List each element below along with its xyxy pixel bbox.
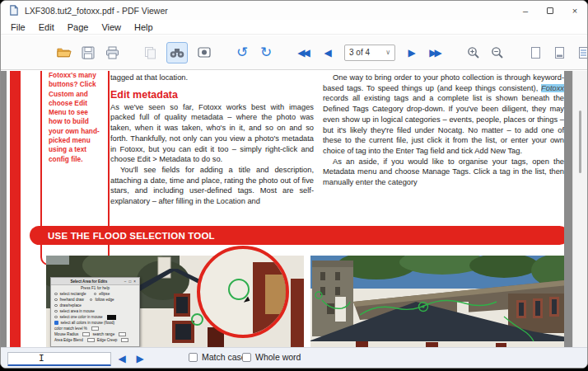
close-button[interactable]: × [562, 1, 587, 20]
menu-page[interactable]: Page [61, 22, 96, 32]
whole-word-label: Whole word [255, 352, 301, 362]
select-area-dialog-titlebar: Select Area for Edits – □ × [51, 278, 139, 285]
value-box [91, 326, 99, 331]
match-case-option[interactable]: Match case [189, 352, 246, 362]
paragraph: One way to bring order to your photo col… [323, 73, 564, 157]
color-swatch [107, 315, 116, 320]
dialog-option: select all colors in mouse (flood) [61, 321, 115, 325]
paragraph: You'll see fields for adding a title and… [110, 165, 314, 207]
next-page-button[interactable]: ▶ [404, 44, 419, 62]
binoculars-icon [170, 47, 184, 59]
maximize-button[interactable] [538, 1, 562, 20]
zoom-out-icon [491, 46, 504, 59]
dialog-title: Select Area for Edits [54, 279, 124, 284]
magnifier-callout-circle [197, 246, 289, 338]
right-column: One way to bring order to your photo col… [323, 73, 564, 188]
pdf-viewer-window: LXF308.tut2_fotoxx.pdf - PDF Viewer – × … [0, 0, 588, 369]
find-button[interactable] [166, 42, 188, 63]
section-banner: USE THE FLOOD SELECTION TOOL [30, 226, 566, 245]
find-previous-icon: ◀ [118, 353, 125, 364]
print-button[interactable] [105, 44, 119, 62]
search-input[interactable] [7, 352, 111, 366]
dialog-field-label: Mouse Radius [54, 332, 78, 336]
continuous-page-icon [578, 46, 588, 59]
fit-page-view-button[interactable] [552, 44, 567, 62]
dialog-field-label: search range [92, 332, 114, 336]
previous-page-icon: ◀ [324, 48, 331, 58]
paragraph: As we've seen so far, Fotoxx works best … [110, 102, 314, 165]
value-box [121, 338, 128, 342]
print-icon [105, 46, 119, 59]
copy-icon [144, 46, 156, 59]
dialog-option: follow edge [95, 298, 114, 302]
value-box [82, 332, 90, 336]
radio-icon [94, 293, 97, 296]
value-box [87, 338, 95, 342]
first-page-icon: ◀◀ [297, 48, 307, 58]
callout-window-panel [263, 272, 289, 317]
zoom-in-button[interactable] [466, 44, 481, 62]
radio-icon [54, 298, 58, 302]
zoom-out-button[interactable] [490, 44, 505, 62]
scrollbar-thumb[interactable] [579, 110, 581, 173]
previous-page-button[interactable]: ◀ [320, 44, 335, 62]
paragraph-text: records all existing tags and a complete… [323, 94, 564, 155]
open-file-button[interactable] [57, 44, 72, 62]
whole-word-checkbox[interactable] [242, 353, 251, 362]
rotate-right-icon: ↻ [260, 45, 272, 59]
paragraph: As an aside, if you would like to organi… [323, 157, 564, 188]
page-indicator: 3 of 4 [349, 48, 370, 57]
minimize-button[interactable]: – [513, 1, 538, 20]
paragraph: tagged at that location. [110, 73, 314, 83]
dialog-option: ellipse [99, 292, 110, 296]
fit-page-icon [554, 46, 565, 59]
vertical-scrollbar[interactable] [572, 71, 587, 347]
menu-help[interactable]: Help [128, 22, 160, 32]
find-next-button[interactable]: ▶ [133, 351, 147, 366]
photo-left: Select Area for Edits – □ × Press F1 for… [46, 256, 304, 347]
banner-text: USE THE FLOOD SELECTION TOOL [48, 231, 215, 241]
snapshot-icon [198, 46, 211, 59]
first-page-button[interactable]: ◀◀ [296, 44, 311, 62]
select-area-dialog: Select Area for Edits – □ × Press F1 for… [50, 277, 140, 347]
radio-icon [54, 293, 58, 296]
section-heading: Edit metadata [110, 89, 314, 101]
single-page-view-button[interactable] [528, 44, 543, 62]
dialog-option: freehand draw [60, 298, 84, 302]
rotate-right-button[interactable]: ↻ [259, 44, 273, 62]
next-page-icon: ▶ [408, 48, 415, 58]
copy-button[interactable] [142, 44, 157, 62]
rotate-left-button[interactable]: ↺ [235, 44, 250, 62]
whole-word-option[interactable]: Whole word [242, 352, 301, 362]
chevron-down-icon: ∨ [385, 49, 390, 56]
titlebar[interactable]: LXF308.tut2_fotoxx.pdf - PDF Viewer – × [1, 1, 587, 20]
last-page-button[interactable]: ▶▶ [428, 44, 443, 62]
find-previous-button[interactable]: ◀ [114, 351, 129, 366]
middle-column: tagged at that location. Edit metadata A… [110, 73, 314, 207]
menu-view[interactable]: View [95, 22, 128, 32]
last-page-icon: ▶▶ [429, 48, 439, 58]
find-next-icon: ▶ [136, 353, 143, 364]
page-red-margin [10, 71, 21, 347]
dialog-option: select rectangle [60, 292, 86, 296]
value-box [119, 332, 126, 336]
dialog-option: select area in mouse [60, 309, 95, 313]
match-case-checkbox[interactable] [189, 353, 198, 362]
open-folder-icon [57, 46, 72, 59]
single-page-icon [530, 46, 541, 59]
continuous-view-button[interactable] [576, 44, 588, 62]
dialog-help-text: Press F1 for help [81, 286, 110, 290]
viewer-background-left [1, 71, 7, 347]
snapshot-button[interactable] [197, 44, 212, 62]
page-number-combobox[interactable]: 3 of 4 ∨ [344, 45, 395, 61]
radio-icon [90, 298, 93, 302]
dialog-field-label: color match level % [54, 326, 87, 331]
photo-right-image [310, 256, 566, 347]
menu-edit[interactable]: Edit [32, 22, 61, 32]
match-case-label: Match case [202, 352, 246, 362]
save-icon [82, 46, 95, 59]
menu-file[interactable]: File [4, 22, 32, 32]
menubar: File Edit Page View Help [1, 20, 587, 35]
zoom-in-icon [467, 46, 480, 59]
save-button[interactable] [81, 44, 96, 62]
